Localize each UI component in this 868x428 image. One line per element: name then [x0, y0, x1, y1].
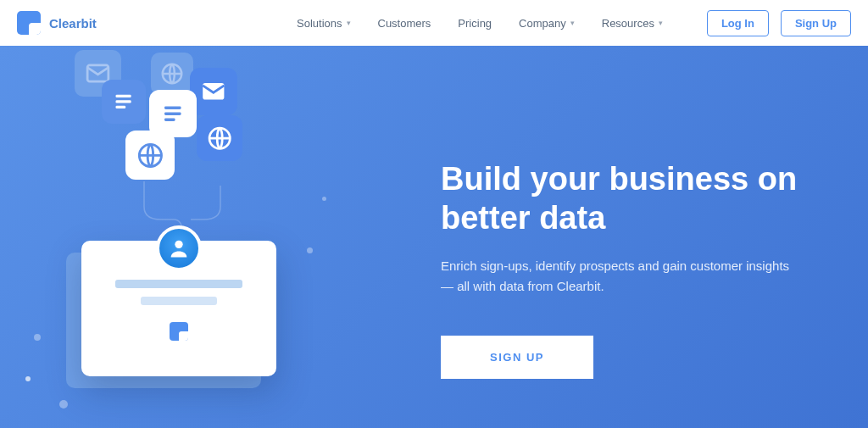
- decorative-dot: [25, 376, 31, 381]
- placeholder-line: [115, 280, 242, 288]
- clearbit-logo-icon: [170, 322, 188, 341]
- brand-link[interactable]: Clearbit: [17, 11, 97, 35]
- hero-title: Build your business on better data: [441, 160, 834, 237]
- hero-subtitle: Enrich sign-ups, identify prospects and …: [441, 256, 805, 297]
- document-icon: [102, 80, 146, 124]
- chevron-down-icon: ▾: [347, 19, 351, 27]
- decorative-dot: [59, 400, 68, 409]
- svg-rect-8: [164, 119, 175, 121]
- globe-icon: [197, 115, 242, 161]
- chevron-down-icon: ▾: [570, 19, 575, 27]
- login-button[interactable]: Log In: [707, 10, 769, 36]
- profile-card: [81, 241, 276, 376]
- mail-icon: [190, 68, 237, 115]
- svg-rect-4: [116, 106, 126, 108]
- avatar-icon: [156, 225, 202, 271]
- nav-customers[interactable]: Customers: [378, 17, 431, 30]
- svg-rect-3: [116, 101, 131, 103]
- globe-icon: [151, 53, 193, 95]
- nav-actions: Log In Sign Up: [707, 10, 851, 36]
- svg-point-11: [175, 241, 182, 248]
- hero-illustration: [0, 46, 364, 428]
- nav-company-label: Company: [519, 17, 566, 30]
- chevron-down-icon: ▾: [659, 19, 663, 27]
- top-nav: Clearbit Solutions ▾ Customers Pricing C…: [0, 0, 868, 46]
- nav-solutions-label: Solutions: [297, 17, 342, 30]
- hero-section: Build your business on better data Enric…: [0, 46, 868, 428]
- signup-button[interactable]: Sign Up: [781, 10, 851, 36]
- decorative-dot: [322, 197, 326, 201]
- placeholder-line: [141, 297, 217, 305]
- main-nav: Solutions ▾ Customers Pricing Company ▾ …: [297, 10, 851, 36]
- svg-rect-2: [116, 95, 131, 97]
- clearbit-logo-icon: [17, 11, 41, 35]
- svg-rect-7: [164, 113, 181, 115]
- nav-company[interactable]: Company ▾: [519, 17, 575, 30]
- hero-signup-button[interactable]: SIGN UP: [441, 336, 593, 379]
- nav-solutions[interactable]: Solutions ▾: [297, 17, 350, 30]
- nav-resources[interactable]: Resources ▾: [602, 17, 663, 30]
- hero-content: Build your business on better data Enric…: [364, 46, 868, 428]
- brand-name: Clearbit: [49, 16, 97, 31]
- svg-rect-6: [164, 107, 181, 109]
- decorative-dot: [307, 247, 313, 253]
- nav-customers-label: Customers: [378, 17, 431, 30]
- nav-pricing[interactable]: Pricing: [458, 17, 492, 30]
- nav-resources-label: Resources: [602, 17, 654, 30]
- decorative-dot: [34, 334, 41, 341]
- nav-pricing-label: Pricing: [458, 17, 492, 30]
